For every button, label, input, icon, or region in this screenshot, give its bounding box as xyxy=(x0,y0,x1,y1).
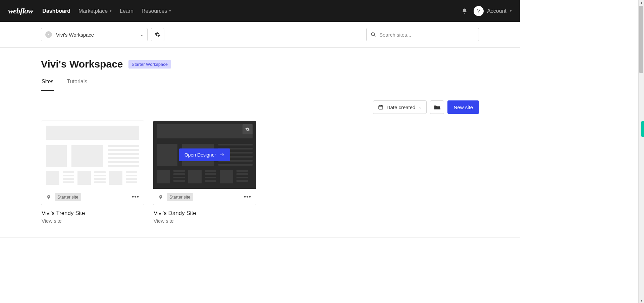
notifications-icon[interactable] xyxy=(462,8,468,14)
svg-text:+: + xyxy=(439,107,441,110)
site-more-menu[interactable]: ••• xyxy=(244,193,251,201)
rocket-icon xyxy=(158,194,163,200)
site-more-menu[interactable]: ••• xyxy=(132,193,139,201)
nav-right: V Account ▾ xyxy=(462,6,512,16)
site-plan-badge: Starter site xyxy=(167,193,193,201)
nav-dashboard[interactable]: Dashboard xyxy=(42,8,70,14)
page-title: Vivi's Workspace xyxy=(41,58,123,70)
main-content: Vivi's Workspace Starter Workspace Sites… xyxy=(0,48,520,237)
avatar: V xyxy=(474,6,484,16)
site-card-frame[interactable]: Starter site ••• xyxy=(41,121,144,205)
workspace-selector[interactable]: Vivi's Workspace ⌄ xyxy=(41,28,148,41)
search-box[interactable] xyxy=(366,28,479,41)
top-nav: webflow Dashboard Marketplace ▾ Learn Re… xyxy=(0,0,520,22)
site-plan-badge: Starter site xyxy=(55,193,81,201)
svg-rect-3 xyxy=(379,105,383,109)
new-site-button[interactable]: New site xyxy=(447,100,479,114)
new-folder-button[interactable]: + xyxy=(430,100,444,114)
view-site-link[interactable]: View site xyxy=(42,218,144,224)
svg-point-1 xyxy=(371,33,374,36)
nav-marketplace[interactable]: Marketplace ▾ xyxy=(78,8,112,14)
site-card: Starter site ••• Vivi's Trendy Site View… xyxy=(41,121,144,224)
site-card-footer: Starter site ••• xyxy=(153,189,256,205)
site-name[interactable]: Vivi's Dandy Site xyxy=(154,210,256,217)
tab-tutorials[interactable]: Tutorials xyxy=(66,79,88,91)
chevron-down-icon: ⌄ xyxy=(419,105,422,110)
chevron-down-icon: ▾ xyxy=(510,9,512,13)
chevron-down-icon: ▾ xyxy=(169,9,171,13)
tabs: Sites Tutorials xyxy=(41,79,479,91)
account-label: Account xyxy=(487,8,506,14)
main-header: Vivi's Workspace Starter Workspace xyxy=(41,58,479,70)
workspace-name: Vivi's Workspace xyxy=(56,32,94,38)
sites-toolbar: Date created ⌄ + New site xyxy=(41,100,479,114)
gear-icon xyxy=(155,32,161,38)
account-menu[interactable]: V Account ▾ xyxy=(474,6,512,16)
chevron-down-icon: ▾ xyxy=(110,9,112,13)
gear-icon xyxy=(245,127,250,132)
nav-resources-label: Resources xyxy=(142,8,167,14)
workspace-settings-button[interactable] xyxy=(151,28,164,41)
folder-plus-icon: + xyxy=(434,104,440,110)
nav-marketplace-label: Marketplace xyxy=(78,8,108,14)
workspace-avatar-icon xyxy=(45,31,52,38)
calendar-icon xyxy=(378,104,383,110)
open-designer-button[interactable]: Open Designer xyxy=(179,148,230,161)
nav-links: Dashboard Marketplace ▾ Learn Resources … xyxy=(42,8,462,14)
sort-dropdown[interactable]: Date created ⌄ xyxy=(373,100,427,114)
logo[interactable]: webflow xyxy=(8,6,33,15)
sub-bar: Vivi's Workspace ⌄ xyxy=(0,22,520,48)
nav-learn[interactable]: Learn xyxy=(120,8,133,14)
view-site-link[interactable]: View site xyxy=(154,218,256,224)
tab-sites[interactable]: Sites xyxy=(41,79,54,91)
site-settings-button[interactable] xyxy=(243,124,253,134)
workspace-plan-badge: Starter Workspace xyxy=(128,60,171,69)
chevron-down-icon: ⌄ xyxy=(140,33,143,37)
svg-line-2 xyxy=(374,35,375,37)
site-card: Open Designer Starter site ••• Vivi's Da… xyxy=(153,121,256,224)
site-thumbnail: Open Designer xyxy=(153,121,256,189)
search-input[interactable] xyxy=(379,32,475,38)
site-card-footer: Starter site ••• xyxy=(41,189,144,205)
nav-resources[interactable]: Resources ▾ xyxy=(142,8,171,14)
site-name[interactable]: Vivi's Trendy Site xyxy=(42,210,144,217)
site-thumbnail xyxy=(41,121,144,189)
open-designer-label: Open Designer xyxy=(184,152,216,158)
site-card-frame[interactable]: Open Designer Starter site ••• xyxy=(153,121,256,205)
site-cards: Starter site ••• Vivi's Trendy Site View… xyxy=(41,121,479,224)
rocket-icon xyxy=(46,194,51,200)
subbar-left: Vivi's Workspace ⌄ xyxy=(41,28,164,41)
arrow-right-icon xyxy=(219,153,225,157)
search-icon xyxy=(371,32,376,37)
sort-label: Date created xyxy=(387,104,416,110)
